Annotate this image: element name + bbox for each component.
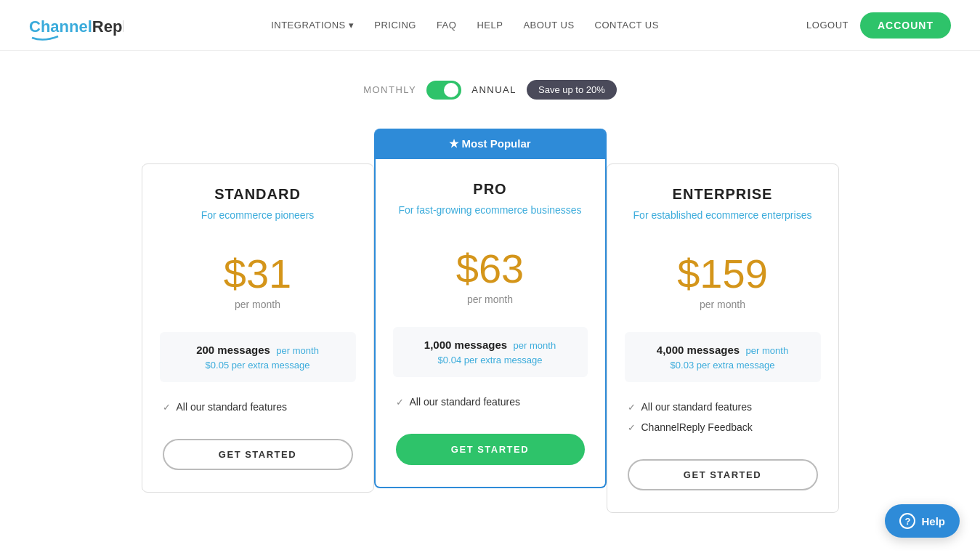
chevron-down-icon: ▾ xyxy=(349,20,355,31)
plan-pro-cta[interactable]: GET STARTED xyxy=(396,434,585,465)
plan-pro-features: ✓ All our standard features xyxy=(396,392,585,419)
plan-standard-extra: $0.05 per extra message xyxy=(171,360,344,371)
check-icon: ✓ xyxy=(628,422,636,433)
plan-enterprise-features: ✓ All our standard features ✓ ChannelRep… xyxy=(628,397,818,445)
plan-standard-footer: GET STARTED xyxy=(142,424,373,492)
nav-integrations[interactable]: INTEGRATIONS ▾ xyxy=(271,20,354,31)
navbar: ChannelReply INTEGRATIONS ▾ PRICING FAQ … xyxy=(0,0,980,51)
plan-standard-features: ✓ All our standard features xyxy=(163,397,353,424)
logo[interactable]: ChannelReply xyxy=(29,10,123,41)
main-content: MONTHLY ANNUAL Save up to 20% STANDARD F… xyxy=(54,51,926,542)
nav-links: INTEGRATIONS ▾ PRICING FAQ HELP ABOUT US… xyxy=(271,20,659,31)
plan-pro-name: PRO xyxy=(396,181,585,198)
plan-enterprise-price-block: $159 per month xyxy=(628,254,818,310)
plan-standard-desc: For ecommerce pioneers xyxy=(163,209,353,236)
plan-pro-price: $63 xyxy=(396,248,585,289)
pricing-cards: STANDARD For ecommerce pioneers $31 per … xyxy=(69,129,912,513)
logo-svg: ChannelReply xyxy=(29,10,123,41)
plan-standard-cta[interactable]: GET STARTED xyxy=(163,439,353,470)
nav-faq[interactable]: FAQ xyxy=(437,20,457,31)
help-bubble[interactable]: ? Help xyxy=(885,504,960,538)
nav-pricing[interactable]: PRICING xyxy=(374,20,416,31)
logout-button[interactable]: LOGOUT xyxy=(806,20,849,31)
plan-standard-price-block: $31 per month xyxy=(163,254,353,310)
plan-standard-qty: 200 messages xyxy=(196,344,270,356)
annual-label: ANNUAL xyxy=(471,84,517,95)
plan-enterprise-feature-1: ✓ ChannelReply Feedback xyxy=(628,417,818,437)
plan-standard-name: STANDARD xyxy=(163,186,353,203)
plan-pro-per: per month xyxy=(514,340,556,351)
plan-enterprise-cta[interactable]: GET STARTED xyxy=(628,459,818,490)
nav-right: LOGOUT ACCOUNT xyxy=(806,12,951,39)
monthly-label: MONTHLY xyxy=(363,84,416,95)
plan-pro-footer: GET STARTED xyxy=(376,419,605,487)
check-icon: ✓ xyxy=(396,397,404,408)
billing-toggle: MONTHLY ANNUAL Save up to 20% xyxy=(69,80,912,100)
plan-pro-feature-0: ✓ All our standard features xyxy=(396,392,585,412)
plan-pro-desc: For fast-growing ecommerce businesses xyxy=(396,203,585,231)
plan-enterprise-qty: 4,000 messages xyxy=(657,344,740,356)
toggle-knob xyxy=(444,83,458,97)
account-button[interactable]: ACCOUNT xyxy=(860,12,951,39)
billing-toggle-switch[interactable] xyxy=(426,81,461,100)
plan-pro-messages: 1,000 messages per month $0.04 per extra… xyxy=(393,327,588,377)
help-label: Help xyxy=(921,515,945,527)
plan-enterprise-name: ENTERPRISE xyxy=(628,186,818,203)
plan-enterprise-footer: GET STARTED xyxy=(607,445,838,512)
nav-help[interactable]: HELP xyxy=(477,20,503,31)
plan-enterprise-feature-0: ✓ All our standard features xyxy=(628,397,818,417)
save-badge: Save up to 20% xyxy=(527,80,617,100)
plan-enterprise-per: per month xyxy=(746,345,789,356)
plan-enterprise-extra: $0.03 per extra message xyxy=(636,360,809,371)
plan-standard-per: per month xyxy=(276,345,319,356)
plan-pro-qty: 1,000 messages xyxy=(424,339,507,351)
svg-text:ChannelReply: ChannelReply xyxy=(29,17,123,36)
plan-pro-extra: $0.04 per extra message xyxy=(405,355,576,365)
plan-enterprise-messages: 4,000 messages per month $0.03 per extra… xyxy=(625,332,821,382)
plan-standard-feature-0: ✓ All our standard features xyxy=(163,397,353,417)
plan-pro-price-unit: per month xyxy=(396,294,585,305)
popular-badge: ★ Most Popular xyxy=(376,129,605,159)
plan-pro-price-block: $63 per month xyxy=(396,248,585,305)
nav-contact[interactable]: CONTACT US xyxy=(595,20,659,31)
plan-standard-price: $31 xyxy=(163,254,353,294)
plan-standard-messages: 200 messages per month $0.05 per extra m… xyxy=(160,332,356,382)
plan-standard: STANDARD For ecommerce pioneers $31 per … xyxy=(142,163,374,493)
check-icon: ✓ xyxy=(163,402,171,413)
plan-enterprise: ENTERPRISE For established ecommerce ent… xyxy=(607,163,839,513)
plan-enterprise-price-unit: per month xyxy=(628,299,818,310)
nav-about[interactable]: ABOUT US xyxy=(523,20,574,31)
plan-enterprise-desc: For established ecommerce enterprises xyxy=(628,209,818,236)
check-icon: ✓ xyxy=(628,402,636,413)
plan-enterprise-price: $159 xyxy=(628,254,818,294)
plan-pro: ★ Most Popular PRO For fast-growing ecom… xyxy=(374,129,607,488)
plan-standard-price-unit: per month xyxy=(163,299,353,310)
help-icon: ? xyxy=(899,513,915,529)
